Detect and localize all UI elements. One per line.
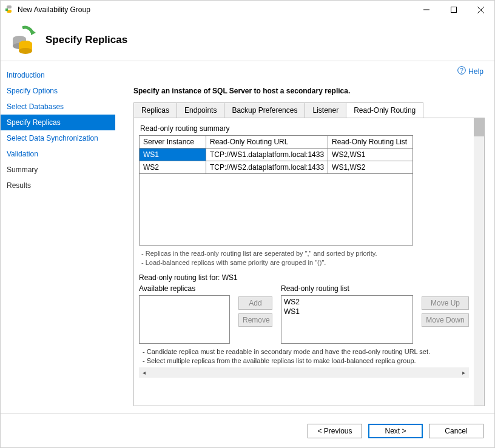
wizard-steps-sidebar: Introduction Specify Options Select Data… xyxy=(1,61,115,413)
cell-list: WS1,WS2 xyxy=(328,161,413,174)
add-remove-buttons: Add Remove xyxy=(238,296,272,327)
close-button[interactable] xyxy=(467,1,494,19)
page-header: Specify Replicas xyxy=(1,19,494,61)
available-replicas-label: Available replicas xyxy=(139,284,230,293)
wizard-icon xyxy=(9,25,38,55)
sidebar-item-summary[interactable]: Summary xyxy=(1,162,115,178)
svg-marker-7 xyxy=(31,29,36,35)
routing-list-for-label: Read-only routing list for: WS1 xyxy=(139,273,469,282)
tab-scroll-area: Read-only routing summary Server Instanc… xyxy=(134,118,474,406)
tab-replicas[interactable]: Replicas xyxy=(133,102,177,118)
main-panel: ? Help Specify an instance of SQL Server… xyxy=(115,61,494,413)
table-header-row: Server Instance Read-Only Routing URL Re… xyxy=(140,136,413,149)
available-column: Available replicas xyxy=(139,284,230,344)
routing-hints: - Candidate replica must be readable in … xyxy=(139,344,469,367)
sidebar-item-specify-replicas[interactable]: Specify Replicas xyxy=(1,115,115,130)
routing-list-label: Read-only routing list xyxy=(281,284,413,293)
dual-list-panel: Available replicas Add Remove Read-only … xyxy=(139,284,469,344)
available-replicas-listbox[interactable] xyxy=(139,295,230,344)
scroll-track[interactable] xyxy=(149,367,459,378)
routing-summary-table: Server Instance Read-Only Routing URL Re… xyxy=(139,135,413,174)
tab-content: Read-only routing summary Server Instanc… xyxy=(133,118,485,406)
hint-line: - Load-balanced replicas with same prior… xyxy=(141,258,466,267)
summary-hints: - Replicas in the read-only routing list… xyxy=(139,246,469,270)
scroll-left-arrow[interactable]: ◂ xyxy=(139,367,149,378)
hint-line: - Replicas in the read-only routing list… xyxy=(141,249,466,258)
sidebar-item-results[interactable]: Results xyxy=(1,178,115,193)
move-down-button[interactable]: Move Down xyxy=(422,313,469,327)
move-up-button[interactable]: Move Up xyxy=(422,296,469,310)
window-title: New Availability Group xyxy=(18,5,412,14)
hint-line: - Select multiple replicas from the avai… xyxy=(143,356,468,366)
page-title: Specify Replicas xyxy=(45,34,127,46)
table-row[interactable]: WS2 TCP://WS2.dataplatform.local:1433 WS… xyxy=(140,161,413,174)
routing-summary-label: Read-only routing summary xyxy=(139,123,469,135)
tab-read-only-routing[interactable]: Read-Only Routing xyxy=(346,102,423,118)
dialog-window: New Availability Group Specify Replicas … xyxy=(0,0,495,448)
svg-rect-0 xyxy=(7,5,12,8)
remove-button[interactable]: Remove xyxy=(238,313,272,327)
svg-text:?: ? xyxy=(460,67,464,74)
next-button[interactable]: Next > xyxy=(368,424,423,438)
cell-instance: WS1 xyxy=(140,149,206,161)
svg-rect-4 xyxy=(451,7,456,13)
cell-url: TCP://WS1.dataplatform.local:1433 xyxy=(206,149,328,161)
dialog-footer: < Previous Next > Cancel xyxy=(1,413,494,447)
app-icon xyxy=(4,5,14,15)
summary-empty-area xyxy=(139,174,413,246)
cell-url: TCP://WS2.dataplatform.local:1433 xyxy=(206,161,328,174)
sidebar-item-introduction[interactable]: Introduction xyxy=(1,67,115,83)
col-routing-list[interactable]: Read-Only Routing List xyxy=(328,136,413,149)
tab-endpoints[interactable]: Endpoints xyxy=(177,102,224,118)
dialog-body: Introduction Specify Options Select Data… xyxy=(1,61,494,413)
table-row[interactable]: WS1 TCP://WS1.dataplatform.local:1433 WS… xyxy=(140,149,413,161)
help-link[interactable]: ? Help xyxy=(457,66,483,76)
col-routing-url[interactable]: Read-Only Routing URL xyxy=(206,136,328,149)
scroll-thumb[interactable] xyxy=(474,118,484,136)
maximize-button[interactable] xyxy=(440,1,467,19)
tab-strip: Replicas Endpoints Backup Preferences Li… xyxy=(133,102,485,118)
svg-point-13 xyxy=(19,48,32,54)
minimize-button[interactable] xyxy=(412,1,440,19)
move-buttons: Move Up Move Down xyxy=(422,296,469,327)
list-item[interactable]: WS2 xyxy=(284,297,410,307)
vertical-scrollbar[interactable] xyxy=(474,118,484,406)
instruction-text: Specify an instance of SQL Server to hos… xyxy=(133,87,485,95)
routing-list-column: Read-only routing list WS2 WS1 xyxy=(281,284,413,344)
sidebar-item-validation[interactable]: Validation xyxy=(1,146,115,162)
scroll-right-arrow[interactable]: ▸ xyxy=(459,367,469,378)
add-button[interactable]: Add xyxy=(238,296,272,310)
help-label: Help xyxy=(468,67,483,76)
list-item[interactable]: WS1 xyxy=(284,307,410,316)
cancel-button[interactable]: Cancel xyxy=(429,424,483,438)
titlebar: New Availability Group xyxy=(1,1,494,19)
tab-listener[interactable]: Listener xyxy=(305,102,346,118)
sidebar-item-specify-options[interactable]: Specify Options xyxy=(1,83,115,99)
sidebar-item-select-data-sync[interactable]: Select Data Synchronization xyxy=(1,130,115,146)
previous-button[interactable]: < Previous xyxy=(308,424,362,438)
tab-backup-preferences[interactable]: Backup Preferences xyxy=(224,102,305,118)
horizontal-scrollbar[interactable]: ◂ ▸ xyxy=(139,367,469,378)
help-icon: ? xyxy=(457,66,466,76)
cell-list: WS2,WS1 xyxy=(328,149,413,161)
cell-instance: WS2 xyxy=(140,161,206,174)
col-server-instance[interactable]: Server Instance xyxy=(140,136,206,149)
svg-rect-2 xyxy=(5,8,8,11)
hint-line: - Candidate replica must be readable in … xyxy=(143,347,468,356)
sidebar-item-select-databases[interactable]: Select Databases xyxy=(1,99,115,115)
routing-list-listbox[interactable]: WS2 WS1 xyxy=(281,295,413,344)
